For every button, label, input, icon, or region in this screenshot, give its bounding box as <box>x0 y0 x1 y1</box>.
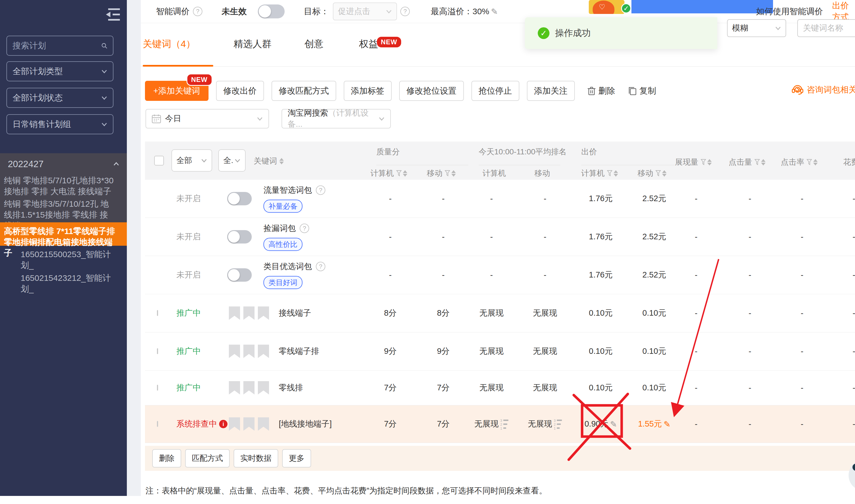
filter-all2-select[interactable]: 全. <box>218 149 246 172</box>
keyword-name[interactable]: [地线接地端子] <box>279 418 332 430</box>
sort-icon[interactable] <box>813 159 818 165</box>
filter-funnel-icon[interactable] <box>754 159 760 165</box>
cell-value[interactable]: 0.90元✎ <box>584 418 617 430</box>
plan-item-selected[interactable]: 高桥型零线排 7*11零线端子排零地排铜排配电箱接地接线端子 <box>0 222 127 246</box>
tab-audience[interactable]: 精选人群 <box>233 38 272 50</box>
bookmark-icon[interactable] <box>243 417 255 431</box>
row-toggle[interactable] <box>227 268 252 282</box>
cell-value[interactable]: 1.55元✎ <box>638 418 671 430</box>
plan-group-select[interactable]: 日常销售计划组 <box>6 114 114 134</box>
bookmark-icon[interactable] <box>258 381 269 395</box>
channel-select[interactable]: 淘宝网搜索（计算机设备... <box>282 109 391 128</box>
row-checkbox[interactable] <box>157 349 158 354</box>
col-keyword[interactable]: 关键词 <box>254 156 284 166</box>
filter-funnel-icon[interactable] <box>607 170 612 177</box>
bookmark-icon[interactable] <box>229 306 240 320</box>
flag-icons[interactable] <box>229 417 269 431</box>
toolbar-button[interactable]: 添加标签 <box>344 81 392 101</box>
row-checkbox[interactable] <box>157 311 158 316</box>
col-ctr[interactable]: 点击率 <box>781 157 818 167</box>
plan-item[interactable]: 1650215423212_智能计划_ <box>0 272 127 294</box>
target-select[interactable]: 促进点击 <box>333 2 397 20</box>
help-circle-icon[interactable]: ? <box>300 224 309 233</box>
row-checkbox[interactable] <box>157 385 158 390</box>
plan-item[interactable]: 纯铜 零地排5/7/10孔地排3*30接地排 零排 大电流 接线端子 <box>0 175 127 198</box>
add-keyword-button[interactable]: +添加关键词 NEW <box>145 81 209 101</box>
help-circle-icon[interactable]: ? <box>316 185 325 195</box>
keyword-name[interactable]: 接线端子 <box>279 308 311 319</box>
sort-icon[interactable] <box>761 159 766 165</box>
toolbar-button[interactable]: 修改出价 <box>216 81 264 101</box>
edit-pencil-icon[interactable]: ✎ <box>663 419 670 429</box>
toolbar-button[interactable]: 修改匹配方式 <box>272 81 336 101</box>
rank-detail-icon[interactable]: 321 <box>554 418 562 430</box>
bookmark-icon[interactable] <box>258 417 269 431</box>
flag-icons[interactable] <box>229 381 269 395</box>
row-action-button[interactable]: 实时数据 <box>233 449 278 468</box>
plan-status-select[interactable]: 全部计划状态 <box>6 88 114 108</box>
toolbar-button[interactable]: 添加关注 <box>527 81 575 101</box>
filter-funnel-icon[interactable] <box>701 159 706 165</box>
row-action-button[interactable]: 删除 <box>152 449 181 468</box>
tab-creative[interactable]: 创意 <box>304 38 324 50</box>
toolbar-button[interactable]: 抢位停止 <box>471 81 519 101</box>
copy-button[interactable]: 复制 <box>628 85 656 97</box>
col-quality-pc[interactable]: 计算机 <box>370 168 407 179</box>
bookmark-icon[interactable] <box>229 345 240 358</box>
help-circle-icon[interactable]: ? <box>316 262 325 271</box>
col-bid-pc[interactable]: 计算机 <box>581 168 618 179</box>
search-plan-input[interactable]: 搜索计划 <box>6 36 114 56</box>
toolbar-button[interactable]: 修改抢位设置 <box>399 81 464 101</box>
bookmark-icon[interactable] <box>258 306 269 320</box>
tab-keywords[interactable]: 关键词（4） <box>143 38 195 50</box>
bookmark-icon[interactable] <box>229 381 240 395</box>
row-action-button[interactable]: 匹配方式 <box>185 449 230 468</box>
row-checkbox[interactable] <box>157 421 158 427</box>
col-cost[interactable]: 花费 <box>843 157 855 167</box>
keyword-name[interactable]: 零线端子排 <box>279 346 319 357</box>
bookmark-icon[interactable] <box>258 345 269 358</box>
plan-group-header[interactable]: 2022427 <box>8 159 119 169</box>
row-action-button[interactable]: 更多 <box>282 449 311 468</box>
edit-pencil-icon[interactable]: ✎ <box>610 419 617 429</box>
sort-icon[interactable] <box>614 170 618 177</box>
bookmark-icon[interactable] <box>229 417 240 431</box>
select-all-checkbox[interactable] <box>154 156 164 165</box>
bookmark-icon[interactable] <box>243 306 255 320</box>
keyword-name-input[interactable]: 关键词名称 <box>797 19 855 37</box>
info-icon[interactable]: i <box>219 420 227 428</box>
plan-item[interactable]: 1650215500253_智能计划_ <box>0 249 127 271</box>
col-quality-mobile[interactable]: 移动 <box>427 168 456 179</box>
match-mode-select[interactable]: 模糊 <box>727 19 786 37</box>
col-bid-mobile[interactable]: 移动 <box>638 168 666 179</box>
bookmark-icon[interactable] <box>243 381 255 395</box>
filter-all-select[interactable]: 全部 <box>172 149 212 172</box>
sort-icon[interactable] <box>707 159 712 165</box>
keyword-name[interactable]: 类目优选词包?类目好词 <box>263 261 325 289</box>
row-toggle[interactable] <box>227 230 252 244</box>
keyword-name[interactable]: 流量智选词包?补量必备 <box>263 185 325 213</box>
help-circle-icon[interactable]: ? <box>193 7 203 16</box>
sort-icon[interactable] <box>662 170 666 177</box>
bookmark-icon[interactable] <box>243 345 255 358</box>
filter-funnel-icon[interactable] <box>656 170 661 177</box>
date-range-select[interactable]: 今日 <box>145 109 269 128</box>
col-impressions[interactable]: 展现量 <box>675 157 712 167</box>
edit-pencil-icon[interactable]: ✎ <box>491 7 498 16</box>
smart-bid-toggle[interactable] <box>258 4 285 18</box>
consult-wordpack-link[interactable]: 咨询词包相关问题 <box>791 84 855 96</box>
sort-icon[interactable] <box>451 170 456 177</box>
filter-funnel-icon[interactable] <box>396 170 402 177</box>
help-circle-icon[interactable]: ? <box>400 7 410 16</box>
sort-icon[interactable] <box>403 170 407 177</box>
filter-funnel-icon[interactable] <box>444 170 450 177</box>
plan-type-select[interactable]: 全部计划类型 <box>6 61 114 82</box>
row-toggle[interactable] <box>227 192 252 205</box>
flag-icons[interactable] <box>229 306 269 320</box>
filter-funnel-icon[interactable] <box>806 159 812 165</box>
keyword-name[interactable]: 捡漏词包?高性价比 <box>263 223 309 251</box>
rank-detail-icon[interactable]: 321 <box>501 418 509 430</box>
delete-button[interactable]: 删除 <box>587 85 615 97</box>
col-clicks[interactable]: 点击量 <box>729 157 766 167</box>
collapse-sidebar-icon[interactable] <box>105 8 120 21</box>
